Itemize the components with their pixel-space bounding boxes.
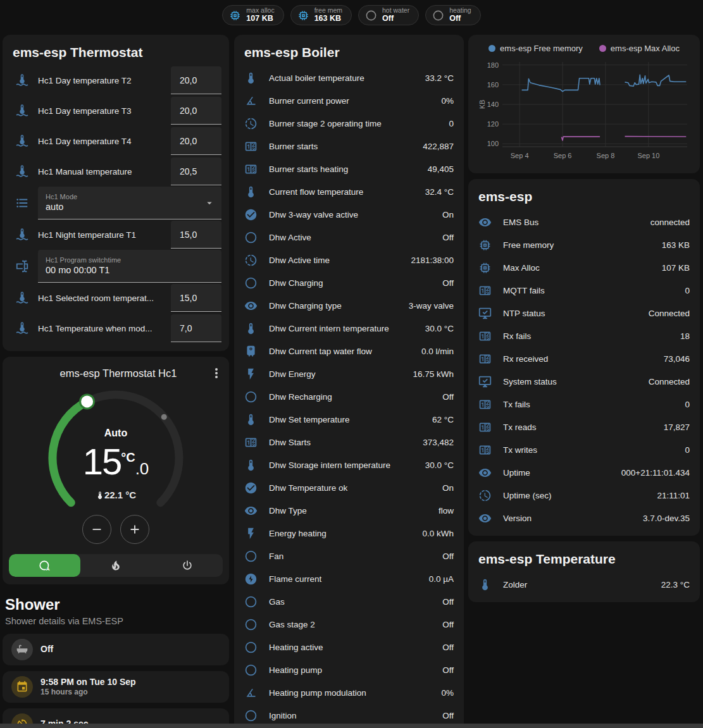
dots-vertical-icon[interactable] [209, 366, 224, 381]
entity-value: 18 [680, 331, 690, 341]
entity-row[interactable]: Dhw Current intern temperature30.0 °C [244, 317, 454, 340]
temp-increase-button[interactable] [120, 515, 149, 544]
entity-name: Energy heating [269, 529, 417, 538]
entity-row[interactable]: System statusConnected [478, 370, 690, 393]
entity-name: Dhw Active time [269, 256, 406, 265]
entity-row[interactable]: Zolder22.3 °C [478, 573, 690, 596]
entity-row[interactable]: Uptime (sec)21:11:01 [478, 484, 690, 507]
status-badge[interactable]: max alloc107 KB [222, 5, 283, 25]
number-input[interactable]: 7,0 [171, 314, 221, 342]
bathtub-icon [11, 639, 33, 660]
entity-row[interactable]: Dhw Current tap water flow0.0 l/min [244, 340, 454, 362]
mode-off-button[interactable] [151, 554, 223, 577]
dial-knob[interactable] [80, 395, 94, 409]
entity-row[interactable]: Max Alloc107 KB [478, 256, 690, 279]
entity-name: MQTT fails [503, 286, 680, 295]
entity-row[interactable]: Energy heating0.0 kWh [244, 522, 454, 545]
entity-row[interactable]: Tx writes0 [478, 438, 690, 461]
axis-tick-label: 120 [487, 120, 499, 128]
entity-row[interactable]: EMS Busconnected [478, 211, 690, 233]
entity-row[interactable]: Flame current0.0 µA [244, 567, 454, 590]
entity-row[interactable]: Dhw RechargingOff [244, 385, 454, 408]
badge-text: heatingOff [449, 7, 471, 23]
entity-row[interactable]: Actual boiler temperature33.2 °C [244, 66, 454, 89]
badge-text: max alloc107 KB [246, 7, 274, 23]
entity-row[interactable]: Free memory163 KB [478, 233, 690, 256]
thermostat-rows: Hc1 Day temperature T220,0Hc1 Day temper… [3, 64, 229, 351]
number-input[interactable]: 20,0 [171, 97, 221, 125]
badge-value: 107 KB [246, 15, 274, 23]
entity-row[interactable]: Dhw Charging type3-way valve [244, 294, 454, 317]
entity-name: Dhw Current tap water flow [269, 347, 416, 356]
legend-item[interactable]: ems-esp Max Alloc [599, 44, 680, 53]
entity-row[interactable]: Heating activeOff [244, 636, 454, 658]
tile-text: Off [40, 644, 53, 655]
legend-item[interactable]: ems-esp Free memory [488, 44, 583, 53]
entity-name: Gas stage 2 [269, 620, 437, 629]
entity-name: NTP status [503, 309, 644, 318]
entity-row[interactable]: GasOff [244, 590, 454, 613]
number-input[interactable]: 15,0 [171, 284, 221, 312]
mode-auto-button[interactable]: A [9, 554, 80, 577]
entity-row[interactable]: Version3.7.0-dev.35 [478, 507, 690, 529]
entity-row[interactable]: Dhw Typeflow [244, 499, 454, 522]
entity-row[interactable]: Dhw Energy16.75 kWh [244, 362, 454, 385]
entity-name: Free memory [503, 240, 657, 250]
entity-value: 0.0 µA [429, 574, 454, 584]
history-chart-card[interactable]: ems-esp Free memoryems-esp Max Alloc 100… [468, 35, 700, 173]
entity-row[interactable]: NTP statusConnected [478, 302, 690, 324]
entity-row[interactable]: Burner stage 2 operating time0 [244, 112, 454, 135]
entity-row[interactable]: Dhw Storage intern temperature30.0 °C [244, 453, 454, 476]
entity-row[interactable]: Dhw ChargingOff [244, 271, 454, 294]
entity-name: Dhw Set temperature [269, 415, 427, 424]
number-input[interactable]: 20,5 [171, 157, 221, 185]
entity-row[interactable]: Burner starts heating49,405 [244, 157, 454, 180]
flash-circle-icon [244, 572, 258, 586]
entity-row[interactable]: Rx fails18 [478, 324, 690, 347]
bottom-scrollbar[interactable] [0, 724, 703, 728]
number-input[interactable]: 20,0 [171, 66, 221, 94]
counter-icon [478, 284, 492, 297]
circle-outline-icon [244, 641, 258, 654]
entity-row[interactable]: Uptime000+21:11:01.434 [478, 461, 690, 484]
mode-heat-button[interactable] [80, 554, 152, 577]
status-badge[interactable]: free mem163 KB [290, 5, 352, 25]
entity-row[interactable]: Rx received73,046 [478, 347, 690, 370]
entity-row[interactable]: Heating pump modulation0% [244, 681, 454, 704]
entity-row[interactable]: Dhw Temperature okOn [244, 476, 454, 499]
ems-status-card: ems-esp EMS BusconnectedFree memory163 K… [468, 179, 700, 536]
entity-row[interactable]: MQTT fails0 [478, 279, 690, 302]
entity-row[interactable]: Burner current power0% [244, 89, 454, 112]
entity-row[interactable]: Dhw Starts373,482 [244, 431, 454, 453]
entity-row[interactable]: Heating pumpOff [244, 658, 454, 681]
badge-text: free mem163 KB [314, 7, 342, 23]
legend-dot-icon [599, 45, 606, 52]
entity-row[interactable]: Dhw Set temperature62 °C [244, 408, 454, 431]
shower-tile[interactable]: Off [3, 634, 229, 665]
entity-row[interactable]: Burner starts422,887 [244, 135, 454, 157]
thermometer-water-icon [15, 291, 29, 305]
number-input[interactable]: 15,0 [171, 221, 221, 249]
thermostat-dial[interactable]: Auto 15°C.0 22.1 °C [3, 383, 229, 535]
axis-tick-label: Sep 10 [637, 152, 659, 159]
entity-row[interactable]: Current flow temperature32.4 °C [244, 180, 454, 203]
entity-row[interactable]: Dhw Active time2181:38:00 [244, 249, 454, 271]
thermostat-settings-card: ems-esp Thermostat Hc1 Day temperature T… [3, 35, 229, 351]
temp-decrease-button[interactable] [82, 515, 111, 544]
entity-value: 33.2 °C [425, 73, 454, 83]
water-boiler-icon [244, 345, 258, 358]
text-input[interactable]: Hc1 Program switchtime00 mo 00:00 T1 [38, 250, 221, 283]
entity-value: connected [650, 218, 690, 227]
entity-row[interactable]: Dhw 3-way valve activeOn [244, 203, 454, 226]
number-input[interactable]: 20,0 [171, 127, 221, 155]
entity-row[interactable]: Tx reads17,827 [478, 416, 690, 438]
entity-row[interactable]: FanOff [244, 545, 454, 567]
shower-tile[interactable]: 9:58 PM on Tue 10 Sep15 hours ago [3, 671, 229, 703]
tile-text: 9:58 PM on Tue 10 Sep15 hours ago [40, 677, 136, 698]
entity-row[interactable]: Dhw ActiveOff [244, 226, 454, 249]
entity-row[interactable]: Gas stage 2Off [244, 613, 454, 636]
entity-row[interactable]: Tx fails0 [478, 393, 690, 416]
status-badge[interactable]: heatingOff [425, 5, 480, 25]
status-badge[interactable]: hot waterOff [358, 5, 419, 25]
mode-select[interactable]: Hc1 Modeauto [38, 187, 221, 219]
